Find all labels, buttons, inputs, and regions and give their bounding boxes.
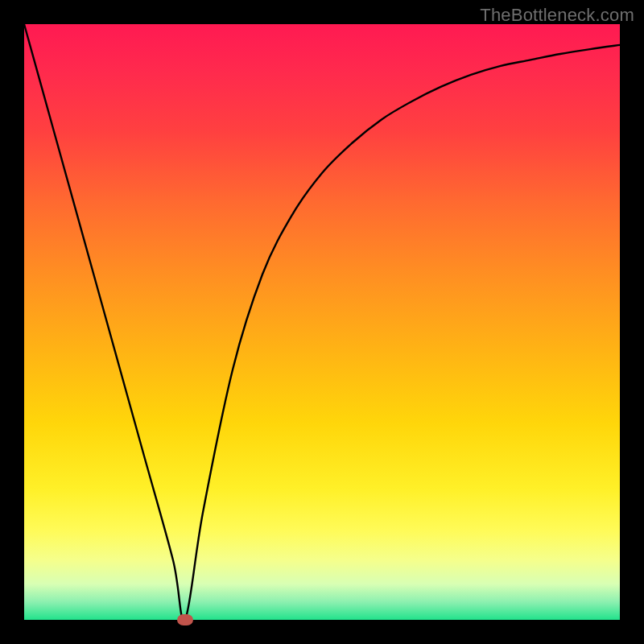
plot-area: [24, 24, 620, 620]
watermark-text: TheBottleneck.com: [480, 5, 634, 26]
chart-frame: TheBottleneck.com: [0, 0, 644, 644]
bottleneck-curve: [24, 24, 620, 620]
minimum-marker: [177, 614, 193, 625]
curve-path: [24, 24, 620, 621]
